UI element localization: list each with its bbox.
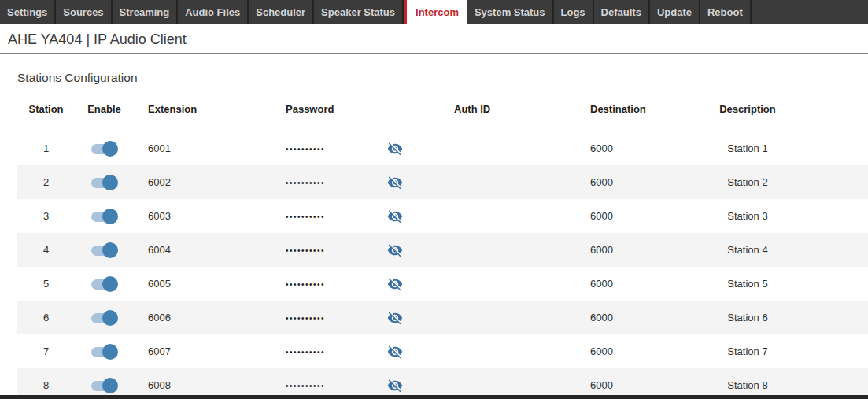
tab-logs[interactable]: Logs bbox=[554, 0, 594, 24]
password-visibility-button[interactable] bbox=[387, 174, 404, 191]
destination-value: 6000 bbox=[551, 278, 693, 290]
enable-toggle[interactable] bbox=[91, 276, 118, 292]
extension-value: 6005 bbox=[134, 278, 260, 290]
station-number: 2 bbox=[17, 176, 75, 188]
destination-value: 6000 bbox=[551, 312, 693, 323]
description-value: Station 5 bbox=[693, 278, 803, 290]
toggle-knob bbox=[102, 344, 118, 360]
toggle-knob bbox=[102, 141, 118, 157]
password-masked: •••••••••• bbox=[286, 280, 325, 289]
tab-reboot[interactable]: Reboot bbox=[700, 0, 752, 24]
description-value: Station 1 bbox=[693, 142, 803, 154]
col-header-enable: Enable bbox=[75, 103, 134, 115]
col-header-extension: Extension bbox=[134, 103, 260, 115]
station-number: 4 bbox=[17, 244, 75, 256]
destination-value: 6000 bbox=[551, 176, 693, 188]
description-value: Station 7 bbox=[693, 345, 803, 357]
station-number: 8 bbox=[17, 379, 75, 391]
station-number: 1 bbox=[17, 142, 75, 154]
toggle-knob bbox=[102, 242, 118, 258]
station-number: 6 bbox=[17, 312, 75, 323]
tab-settings[interactable]: Settings bbox=[0, 0, 56, 24]
extension-value: 6003 bbox=[134, 210, 260, 222]
table-row: 6 6006 •••••••••• 6000 Station 6 bbox=[17, 301, 868, 334]
section-title: Stations Configuration bbox=[17, 71, 868, 87]
table-row: 1 6001 •••••••••• 6000 Station 1 bbox=[17, 131, 868, 165]
eye-slash-icon bbox=[387, 310, 403, 326]
password-visibility-button[interactable] bbox=[387, 208, 404, 225]
enable-toggle[interactable] bbox=[91, 378, 118, 393]
eye-slash-icon bbox=[387, 276, 403, 292]
enable-toggle[interactable] bbox=[91, 310, 118, 326]
password-visibility-button[interactable] bbox=[387, 275, 404, 293]
col-header-destination: Destination bbox=[551, 103, 693, 115]
toggle-knob bbox=[102, 209, 118, 224]
eye-slash-icon bbox=[387, 242, 403, 258]
footer-edge bbox=[0, 395, 868, 399]
enable-toggle[interactable] bbox=[91, 175, 118, 190]
extension-value: 6002 bbox=[134, 176, 260, 188]
tab-speaker-status[interactable]: Speaker Status bbox=[314, 0, 404, 24]
tab-system-status[interactable]: System Status bbox=[467, 0, 554, 24]
main-content: Stations Configuration Station Enable Ex… bbox=[0, 71, 868, 399]
toggle-knob bbox=[102, 175, 118, 190]
description-value: Station 8 bbox=[693, 379, 803, 391]
password-masked: •••••••••• bbox=[286, 212, 325, 221]
col-header-station: Station bbox=[17, 103, 75, 115]
destination-value: 6000 bbox=[551, 345, 693, 357]
table-row: 2 6002 •••••••••• 6000 Station 2 bbox=[17, 165, 868, 199]
extension-value: 6008 bbox=[134, 379, 260, 391]
destination-value: 6000 bbox=[551, 244, 693, 256]
table-header-row: Station Enable Extension Password Auth I… bbox=[17, 87, 868, 131]
password-visibility-button[interactable] bbox=[387, 242, 404, 259]
password-visibility-button[interactable] bbox=[387, 140, 404, 157]
table-row: 5 6005 •••••••••• 6000 Station 5 bbox=[17, 267, 868, 301]
tab-scheduler[interactable]: Scheduler bbox=[249, 0, 314, 24]
description-value: Station 3 bbox=[693, 210, 803, 222]
col-header-description: Description bbox=[693, 103, 803, 115]
toggle-knob bbox=[102, 310, 118, 326]
top-nav: Settings Sources Streaming Audio Files S… bbox=[0, 0, 868, 24]
extension-value: 6007 bbox=[134, 345, 260, 357]
tab-update[interactable]: Update bbox=[650, 0, 700, 24]
extension-value: 6004 bbox=[134, 244, 260, 256]
table-row: 4 6004 •••••••••• 6000 Station 4 bbox=[17, 233, 868, 267]
extension-value: 6001 bbox=[134, 142, 260, 154]
password-masked: •••••••••• bbox=[286, 179, 325, 187]
enable-toggle[interactable] bbox=[91, 141, 118, 157]
enable-toggle[interactable] bbox=[91, 209, 118, 224]
eye-slash-icon bbox=[387, 141, 403, 157]
tab-streaming[interactable]: Streaming bbox=[113, 0, 179, 24]
toggle-knob bbox=[102, 276, 118, 292]
col-header-auth-id: Auth ID bbox=[429, 103, 551, 115]
description-value: Station 6 bbox=[693, 312, 803, 323]
eye-slash-icon bbox=[387, 209, 403, 224]
tab-defaults[interactable]: Defaults bbox=[594, 0, 650, 24]
station-number: 7 bbox=[17, 345, 75, 357]
password-masked: •••••••••• bbox=[286, 382, 325, 390]
description-value: Station 2 bbox=[693, 176, 803, 188]
tab-audio-files[interactable]: Audio Files bbox=[178, 0, 249, 24]
enable-toggle[interactable] bbox=[91, 344, 118, 360]
tab-intercom[interactable]: Intercom bbox=[404, 0, 467, 24]
col-header-password: Password bbox=[260, 103, 362, 115]
password-visibility-button[interactable] bbox=[387, 377, 404, 394]
tab-sources[interactable]: Sources bbox=[56, 0, 112, 24]
password-visibility-button[interactable] bbox=[387, 309, 404, 327]
enable-toggle[interactable] bbox=[91, 242, 118, 258]
title-bar: AHE YA404 | IP Audio Client bbox=[0, 24, 868, 54]
password-visibility-button[interactable] bbox=[387, 343, 404, 360]
stations-table: Station Enable Extension Password Auth I… bbox=[17, 87, 868, 399]
description-value: Station 4 bbox=[693, 244, 803, 256]
table-row: 7 6007 •••••••••• 6000 Station 7 bbox=[17, 334, 868, 368]
table-row: 3 6003 •••••••••• 6000 Station 3 bbox=[17, 199, 868, 233]
eye-slash-icon bbox=[387, 378, 403, 393]
eye-slash-icon bbox=[387, 344, 403, 360]
station-number: 3 bbox=[17, 210, 75, 222]
eye-slash-icon bbox=[387, 175, 403, 190]
password-masked: •••••••••• bbox=[286, 348, 325, 357]
destination-value: 6000 bbox=[551, 210, 693, 222]
destination-value: 6000 bbox=[551, 142, 693, 154]
toggle-knob bbox=[102, 378, 118, 393]
nav-filler bbox=[752, 0, 868, 24]
